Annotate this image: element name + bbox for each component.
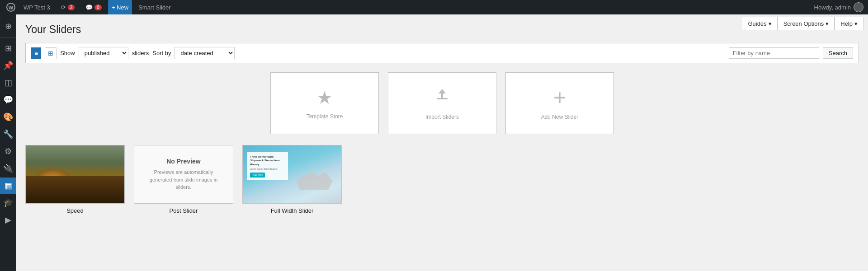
speed-name: Speed bbox=[66, 207, 84, 214]
plugin-name[interactable]: Smart Slider bbox=[134, 0, 175, 14]
template-store-card[interactable]: ★ Template Store bbox=[270, 72, 379, 134]
admin-bar: W WP Test 3 ⟳ 2 💬 0 + New Smart Slider H… bbox=[0, 0, 868, 14]
comments-item[interactable]: 💬 0 bbox=[81, 0, 106, 14]
wp-logo[interactable]: W bbox=[5, 1, 17, 14]
updates-count: 2 bbox=[68, 5, 75, 10]
import-sliders-label: Import Sliders bbox=[425, 114, 459, 120]
guides-chevron-icon: ▾ bbox=[769, 20, 772, 27]
sort-label: Sort by bbox=[152, 50, 171, 56]
avatar bbox=[854, 2, 863, 12]
sidebar-item-pin[interactable]: 📌 bbox=[0, 57, 16, 74]
no-preview-text: Previews are automatically generated fro… bbox=[143, 168, 224, 191]
filter-input[interactable] bbox=[729, 47, 819, 59]
full-width-thumbnail: Three Remarkable Shipwreck Stories from … bbox=[242, 145, 342, 204]
post-slider-name: Post Slider bbox=[170, 207, 198, 214]
new-item[interactable]: + New bbox=[108, 0, 132, 14]
screen-options-button[interactable]: Screen Options ▾ bbox=[778, 17, 835, 30]
full-width-slider-name: Full Width Slider bbox=[271, 207, 314, 214]
sidebar-item-tools[interactable]: 🔧 bbox=[0, 126, 16, 142]
import-sliders-card[interactable]: Import Sliders bbox=[388, 72, 496, 134]
page-title: Your Sliders bbox=[25, 23, 859, 36]
list-view-button[interactable]: ≡ bbox=[31, 47, 41, 59]
speed-thumbnail bbox=[25, 145, 125, 204]
sidebar-item-graduation[interactable]: 🎓 bbox=[0, 195, 16, 211]
plus-icon: + bbox=[553, 87, 566, 108]
slider-card-full-width[interactable]: Three Remarkable Shipwreck Stories from … bbox=[242, 145, 342, 214]
post-slider-thumbnail: No Preview Previews are automatically ge… bbox=[134, 145, 233, 204]
sidebar-item-appearance[interactable]: 🎨 bbox=[0, 109, 16, 125]
svg-rect-2 bbox=[437, 98, 448, 99]
updates-item[interactable]: ⟳ 2 bbox=[57, 0, 80, 14]
star-icon: ★ bbox=[316, 87, 333, 108]
show-label: Show bbox=[60, 50, 75, 56]
sidebar-item-comments[interactable]: 💬 bbox=[0, 92, 16, 108]
help-chevron-icon: ▾ bbox=[854, 20, 858, 27]
comments-icon: 💬 bbox=[85, 4, 93, 11]
sidebar-item-dashboard[interactable]: ⊞ bbox=[0, 40, 16, 56]
sidebar-item-slider[interactable]: ▦ bbox=[0, 178, 16, 194]
no-preview-title: No Preview bbox=[166, 158, 200, 165]
sidebar-item-blocks[interactable]: ◫ bbox=[0, 75, 16, 91]
svg-marker-4 bbox=[439, 89, 446, 93]
sidebar-item-wordpress[interactable]: ⊕ bbox=[0, 18, 16, 34]
upload-icon bbox=[433, 86, 451, 108]
show-select[interactable]: published all draft bbox=[79, 47, 128, 59]
slider-card-post-slider[interactable]: No Preview Previews are automatically ge… bbox=[134, 145, 233, 214]
main-content: Your Sliders ≡ ⊞ Show published all draf… bbox=[16, 14, 868, 271]
top-right-buttons: Guides ▾ Screen Options ▾ Help ▾ bbox=[742, 14, 868, 33]
add-new-slider-card[interactable]: + Add New Slider bbox=[505, 72, 614, 134]
sort-select[interactable]: date created name date modified bbox=[175, 47, 235, 59]
site-name[interactable]: WP Test 3 bbox=[19, 0, 55, 14]
action-cards: ★ Template Store Import Sliders + Add Ne… bbox=[25, 72, 859, 134]
add-new-slider-label: Add New Slider bbox=[541, 114, 579, 120]
sidebar-item-plugins[interactable]: 🔌 bbox=[0, 160, 16, 177]
sidebar-item-play[interactable]: ▶ bbox=[0, 212, 16, 228]
screen-options-chevron-icon: ▾ bbox=[826, 20, 829, 27]
sliders-grid: Speed No Preview Previews are automatica… bbox=[25, 145, 859, 214]
guides-button[interactable]: Guides ▾ bbox=[742, 17, 777, 30]
slider-card-speed[interactable]: Speed bbox=[25, 145, 125, 214]
slider-toolbar: ≡ ⊞ Show published all draft sliders Sor… bbox=[25, 43, 859, 63]
sidebar-divider-1 bbox=[0, 37, 16, 37]
updates-icon: ⟳ bbox=[61, 4, 66, 11]
help-button[interactable]: Help ▾ bbox=[835, 17, 863, 30]
howdy-text: Howdy, admin bbox=[814, 2, 863, 12]
search-button[interactable]: Search bbox=[823, 47, 853, 59]
comments-count: 0 bbox=[94, 5, 102, 10]
grid-view-button[interactable]: ⊞ bbox=[45, 47, 57, 59]
layout: ⊕ ⊞ 📌 ◫ 💬 🎨 🔧 ⚙ 🔌 ▦ 🎓 ▶ Your Sliders ≡ ⊞… bbox=[0, 14, 868, 271]
template-store-label: Template Store bbox=[307, 113, 343, 120]
sliders-label: sliders bbox=[132, 50, 149, 56]
sidebar: ⊕ ⊞ 📌 ◫ 💬 🎨 🔧 ⚙ 🔌 ▦ 🎓 ▶ bbox=[0, 14, 16, 271]
svg-text:W: W bbox=[9, 5, 14, 10]
sidebar-item-settings[interactable]: ⚙ bbox=[0, 143, 16, 159]
